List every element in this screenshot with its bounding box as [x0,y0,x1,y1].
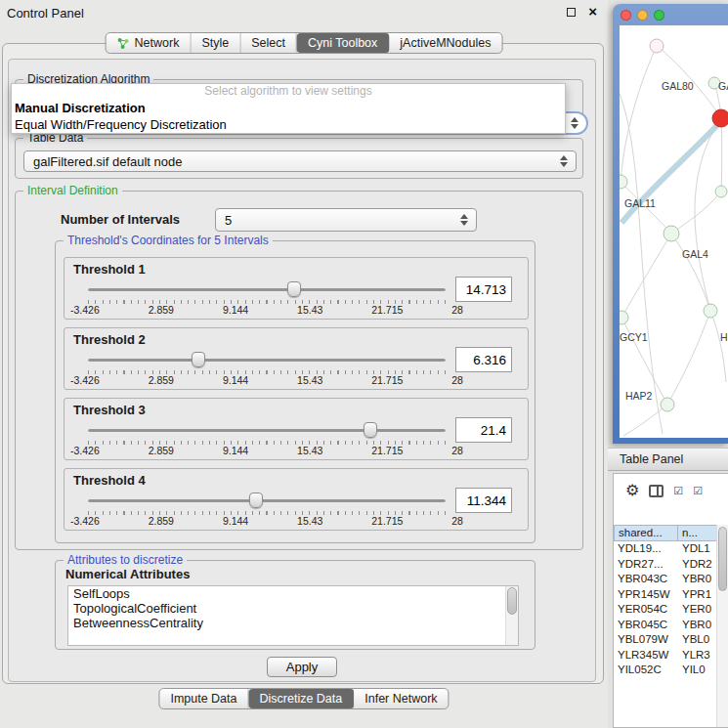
slider-scale: -3.4262.8599.14415.4321.71528 [70,374,463,386]
slider-scale: -3.4262.8599.14415.4321.71528 [70,304,463,316]
tab-jactivemnodules[interactable]: jActiveMNodules [389,33,501,53]
table-row[interactable]: YDR27... YDR2 [614,557,728,573]
float-window-icon[interactable] [567,8,576,17]
network-icon [117,37,130,50]
cell-shared-name[interactable]: YER054C [614,602,678,618]
network-node[interactable] [650,39,664,53]
tab-label: Impute Data [170,692,236,706]
dropdown-option-equal-width[interactable]: Equal Width/Frequency Discretization [12,116,565,133]
threshold-4-value-field[interactable]: 11.344 [455,488,512,513]
slider-scale-label: -3.426 [70,374,100,386]
numerical-attributes-list[interactable]: SelfLoopsTopologicalCoefficientBetweenne… [67,585,519,646]
slider-thumb[interactable] [249,492,263,508]
table-header-row: shared... n... [614,525,728,541]
tab-label: Discretize Data [260,692,343,706]
threshold-4-box: Threshold 4 -3.4262.8599.14415.4321.7152… [64,468,529,531]
slider-thumb[interactable] [287,281,301,297]
network-node-gcy1[interactable] [620,311,628,324]
tab-discretize-data[interactable]: Discretize Data [249,689,355,708]
dropdown-option-manual[interactable]: Manual Discretization [12,100,565,116]
slider-scale-label: 2.859 [149,445,174,456]
combo-arrows-icon [560,155,569,167]
slider-scale-label: 21.715 [371,515,403,527]
tab-network[interactable]: Network [107,33,192,53]
table-row[interactable]: YLR345W YLR3 [614,648,728,664]
node-label: GAL11 [624,197,656,209]
network-canvas[interactable]: GAL80 GAL11 GAL4 GCY1 HAP2 GA H [620,25,728,438]
table-scrollbar[interactable] [716,525,728,727]
slider-track[interactable] [88,288,446,291]
tab-style[interactable]: Style [191,33,240,53]
slider-scale-label: -3.426 [70,304,100,316]
tab-impute-data[interactable]: Impute Data [159,689,248,708]
columns-icon[interactable] [649,485,664,497]
list-item[interactable]: SelfLoops [68,586,518,601]
threshold-1-value-field[interactable]: 14.713 [455,277,512,302]
cell-shared-name[interactable]: YDR27... [614,557,678,573]
slider-scale-label: 2.859 [149,374,174,386]
table-row[interactable]: YDL19... YDL1 [614,541,728,557]
scrollbar[interactable] [505,586,518,645]
numerical-attributes-label: Numerical Attributes [65,567,190,581]
list-item[interactable]: BetweennessCentrality [68,616,518,630]
cell-shared-name[interactable]: YPR145W [614,587,678,603]
select-columns-icon[interactable]: ☑ [673,486,683,496]
cell-shared-name[interactable]: YBR043C [614,572,678,587]
column-header-shared-name[interactable]: shared... [614,525,678,541]
scrollbar-thumb[interactable] [507,587,517,615]
close-icon[interactable]: × [588,3,597,20]
node-label-partial: H [720,331,728,343]
select-all-icon[interactable]: ☑ [693,486,703,496]
cell-shared-name[interactable]: YIL052C [614,663,678,678]
close-traffic-light-icon[interactable] [621,10,631,21]
table-row[interactable]: YBL079W YBL0 [614,632,728,648]
gear-icon[interactable]: ⚙ [625,483,639,498]
network-view-window[interactable]: GAL80 GAL11 GAL4 GCY1 HAP2 GA H [613,4,728,444]
table-row[interactable]: YPR145W YPR1 [614,587,728,603]
dropdown-hint: Select algorithm to view settings [12,84,565,100]
threshold-2-value-field[interactable]: 6.316 [455,347,512,372]
tab-select[interactable]: Select [240,33,297,53]
slider-thumb[interactable] [192,352,205,367]
table-row[interactable]: YBR045C YBR0 [614,618,728,633]
slider-scale-label: 28 [451,304,463,316]
tab-infer-network[interactable]: Infer Network [354,689,448,708]
table-row[interactable]: YER054C YER0 [614,602,728,618]
zoom-traffic-light-icon[interactable] [654,10,664,21]
threshold-3-slider[interactable] [88,422,446,440]
slider-track[interactable] [88,359,446,362]
cell-shared-name[interactable]: YBL079W [614,632,678,648]
selected-network-node[interactable] [712,109,728,127]
table-row[interactable]: YIL052C YIL0 [614,663,728,678]
list-item[interactable]: TopologicalCoefficient [68,601,518,616]
tab-label: Infer Network [364,692,437,706]
thresholds-group: Threshold's Coordinates for 5 Intervals … [55,240,535,543]
cell-shared-name[interactable]: YBR045C [614,618,678,633]
network-node[interactable] [715,186,727,197]
bottom-tab-bar: Impute Data Discretize Data Infer Networ… [158,688,449,709]
slider-scale-label: 28 [451,515,463,527]
tab-cyni-toolbox[interactable]: Cyni Toolbox [297,33,389,53]
minimize-traffic-light-icon[interactable] [637,10,648,21]
scrollbar-thumb[interactable] [718,527,727,591]
network-node[interactable] [704,304,717,318]
number-of-intervals-combobox[interactable]: 5 [215,208,477,232]
network-node[interactable] [620,175,627,189]
threshold-3-value-field[interactable]: 21.4 [455,417,512,443]
slider-scale-label: 9.144 [223,445,248,456]
table-row[interactable]: YBR043C YBR0 [614,572,728,587]
node-label: HAP2 [625,390,653,402]
slider-scale-label: 15.43 [297,515,322,527]
slider-track[interactable] [88,429,446,432]
threshold-2-slider[interactable] [88,352,446,369]
slider-thumb[interactable] [364,422,377,438]
cell-shared-name[interactable]: YLR345W [614,648,678,664]
threshold-1-slider[interactable] [88,281,446,299]
table-data-combobox[interactable]: galFiltered.sif default node [23,150,577,172]
cell-shared-name[interactable]: YDL19... [614,541,678,557]
network-node-hap2[interactable] [661,398,674,411]
threshold-4-slider[interactable] [88,492,446,510]
slider-track[interactable] [88,499,446,502]
network-node-gal4[interactable] [664,226,679,241]
apply-button[interactable]: Apply [267,657,337,677]
